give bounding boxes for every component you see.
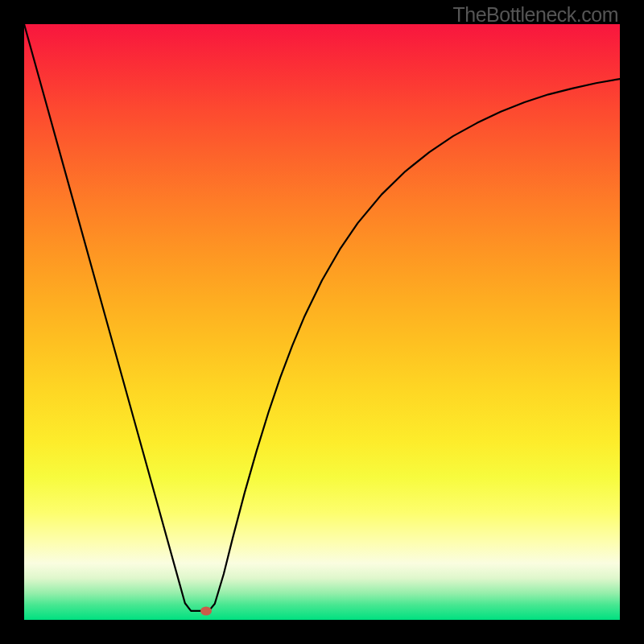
gradient-background [24,24,620,620]
watermark-text: TheBottleneck.com [453,3,619,27]
chart-svg [24,24,620,620]
curve-minimum-marker [200,606,212,615]
chart-frame [24,24,620,620]
